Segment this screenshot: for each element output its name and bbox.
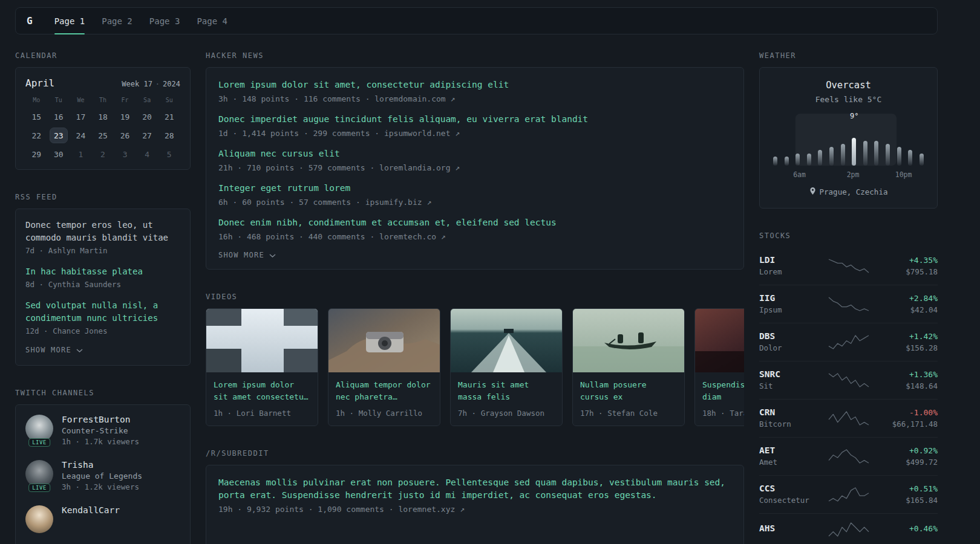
calendar-day[interactable]: 23 (50, 128, 68, 143)
hackernews-item-link[interactable]: loremtech.co ↗ (379, 232, 446, 241)
calendar-day[interactable]: 28 (160, 128, 178, 143)
stock-name: Sit (759, 381, 817, 390)
stock-symbol: SNRC (759, 369, 817, 379)
subreddit-post-link[interactable]: loremnet.xyz ↗ (398, 505, 465, 514)
calendar-day[interactable]: 3 (116, 146, 134, 162)
stock-row[interactable]: IIGIpsum+2.84%$42.04 (759, 285, 938, 323)
calendar-day[interactable]: 27 (138, 128, 156, 143)
stock-row[interactable]: LDILorem+4.35%$795.18 (759, 247, 938, 285)
video-thumbnail[interactable] (328, 309, 440, 372)
location-pin-icon (809, 187, 816, 197)
calendar-day[interactable]: 16 (50, 109, 68, 125)
weather-bar (863, 141, 867, 166)
hackernews-item-title[interactable]: Donec enim nibh, condimentum et accumsan… (218, 216, 731, 229)
tab-page-4[interactable]: Page 4 (197, 8, 227, 34)
twitch-channel-row[interactable]: LIVEForrestBurtonCounter-Strike1h · 1.7k… (25, 415, 180, 446)
column-left: CALENDAR April Week 17·2024 MoTuWeThFrSa… (15, 51, 191, 544)
twitch-channel-name[interactable]: ForrestBurton (62, 415, 139, 424)
rss-item-meta: 8d · Cynthia Saunders (25, 280, 180, 289)
stock-name: Lorem (759, 267, 817, 276)
weather-bar (807, 154, 811, 166)
stock-row[interactable]: CRNBitcorn-1.00%$66,171.48 (759, 400, 938, 438)
calendar-day[interactable]: 5 (160, 146, 178, 162)
video-title[interactable]: Suspendisse quis diam (702, 379, 744, 403)
video-card[interactable]: Lorem ipsum dolor sit amet consectetu…1h… (206, 308, 318, 426)
app-logo[interactable]: G (27, 8, 33, 34)
video-title[interactable]: Lorem ipsum dolor sit amet consectetu… (214, 379, 310, 403)
weather-hourly-chart: 9° (772, 114, 925, 166)
stock-row[interactable]: CCSConsectetur+0.51%$165.84 (759, 476, 938, 514)
video-thumbnail[interactable] (206, 309, 318, 372)
hackernews-item-link[interactable]: loremlandia.org ↗ (379, 163, 460, 172)
video-thumbnail[interactable] (695, 309, 744, 372)
video-thumbnail[interactable] (451, 309, 563, 372)
calendar-day[interactable]: 19 (116, 109, 134, 125)
rss-show-more-button[interactable]: SHOW MORE (25, 346, 180, 355)
stock-info: CCSConsectetur (759, 484, 817, 505)
calendar-day[interactable]: 26 (116, 128, 134, 143)
subreddit-post-meta: 19h · 9,932 points · 1,090 comments · lo… (218, 505, 731, 514)
calendar-day-header: Mo (33, 97, 40, 103)
calendar-widget: CALENDAR April Week 17·2024 MoTuWeThFrSa… (15, 51, 191, 170)
rss-item-title[interactable]: In hac habitasse platea (25, 265, 180, 278)
calendar-day[interactable]: 24 (71, 128, 90, 143)
calendar-day[interactable]: 29 (27, 146, 45, 162)
stock-change: +0.51% (880, 484, 938, 493)
rss-item: Donec tempor eros leo, ut commodo mauris… (25, 219, 180, 255)
stock-values: +0.46% (880, 524, 938, 536)
calendar-day[interactable]: 22 (27, 128, 45, 143)
tab-page-1[interactable]: Page 1 (54, 8, 85, 34)
hackernews-item-title[interactable]: Donec imperdiet augue tincidunt felis al… (218, 113, 731, 126)
video-card[interactable]: Aliquam tempor dolor nec pharetra…1h · M… (328, 308, 440, 426)
video-title[interactable]: Mauris sit amet massa felis (458, 379, 555, 403)
calendar-day[interactable]: 21 (160, 109, 178, 125)
twitch-channel-row[interactable]: KendallCarr (25, 505, 180, 533)
stock-row[interactable]: DBSDolor+1.42%$156.28 (759, 323, 938, 361)
video-title[interactable]: Nullam posuere cursus ex (580, 379, 677, 403)
video-thumbnail[interactable] (573, 309, 685, 372)
calendar-day[interactable]: 30 (50, 146, 68, 162)
hackernews-item-meta: 6h · 60 points · 57 comments · ipsumify.… (218, 198, 731, 207)
video-card[interactable]: Suspendisse quis diam18h · Tara (694, 308, 744, 426)
rss-item-title[interactable]: Donec tempor eros leo, ut commodo mauris… (25, 219, 180, 244)
calendar-year: 2024 (163, 80, 180, 88)
twitch-channel-name[interactable]: KendallCarr (62, 505, 120, 515)
twitch-channel-name[interactable]: Trisha (62, 460, 142, 470)
video-card[interactable]: Nullam posuere cursus ex17h · Stefan Col… (572, 308, 685, 426)
tab-page-3[interactable]: Page 3 (149, 8, 180, 34)
stock-row[interactable]: AETAmet+0.92%$499.72 (759, 438, 938, 476)
column-right: WEATHER Overcast Feels like 5°C 9° 6am2p… (759, 51, 938, 544)
twitch-widget: TWITCH CHANNELS LIVEForrestBurtonCounter… (15, 389, 191, 544)
weather-location-text: Prague, Czechia (820, 187, 888, 196)
hackernews-item-title[interactable]: Integer eget rutrum lorem (218, 182, 731, 195)
calendar-day[interactable]: 18 (94, 109, 112, 125)
twitch-channel-info: KendallCarr (62, 505, 120, 533)
hackernews-item-link[interactable]: loremdomain.com ↗ (374, 94, 455, 103)
weather-location: Prague, Czechia (772, 187, 925, 197)
hackernews-item-link[interactable]: ipsumworld.net ↗ (384, 129, 460, 138)
calendar-day[interactable]: 25 (94, 128, 112, 143)
calendar-day-header: Fr (122, 97, 129, 103)
calendar-day[interactable]: 20 (138, 109, 156, 125)
video-title[interactable]: Aliquam tempor dolor nec pharetra… (336, 379, 433, 403)
hackernews-item-title[interactable]: Lorem ipsum dolor sit amet, consectetur … (218, 79, 731, 91)
rss-item-title[interactable]: Sed volutpat nulla nisl, a condimentum n… (25, 299, 180, 325)
weather-time-label: 6am (793, 170, 806, 179)
stock-row[interactable]: SNRCSit+1.36%$148.64 (759, 361, 938, 400)
stock-row[interactable]: AHS+0.46% (759, 514, 938, 544)
calendar-day[interactable]: 2 (94, 146, 112, 162)
twitch-channel-game: Counter-Strike (62, 426, 139, 435)
subreddit-post-title[interactable]: Maecenas mollis pulvinar erat non posuer… (218, 476, 731, 502)
calendar-day[interactable]: 1 (71, 146, 90, 162)
video-card[interactable]: Mauris sit amet massa felis7h · Grayson … (450, 308, 563, 426)
hackernews-show-more-button[interactable]: SHOW MORE (218, 251, 731, 261)
hackernews-item-title[interactable]: Aliquam nec cursus elit (218, 147, 731, 160)
calendar-day[interactable]: 17 (71, 109, 90, 125)
twitch-channel-row[interactable]: LIVETrishaLeague of Legends3h · 1.2k vie… (25, 460, 180, 491)
tab-page-2[interactable]: Page 2 (102, 8, 132, 34)
calendar-day[interactable]: 15 (27, 109, 45, 125)
calendar-day[interactable]: 4 (138, 146, 156, 162)
rss-item-meta: 7d · Ashlyn Martin (25, 246, 180, 255)
hackernews-item-link[interactable]: ipsumify.biz ↗ (365, 198, 432, 207)
stock-change: +1.36% (880, 370, 938, 379)
